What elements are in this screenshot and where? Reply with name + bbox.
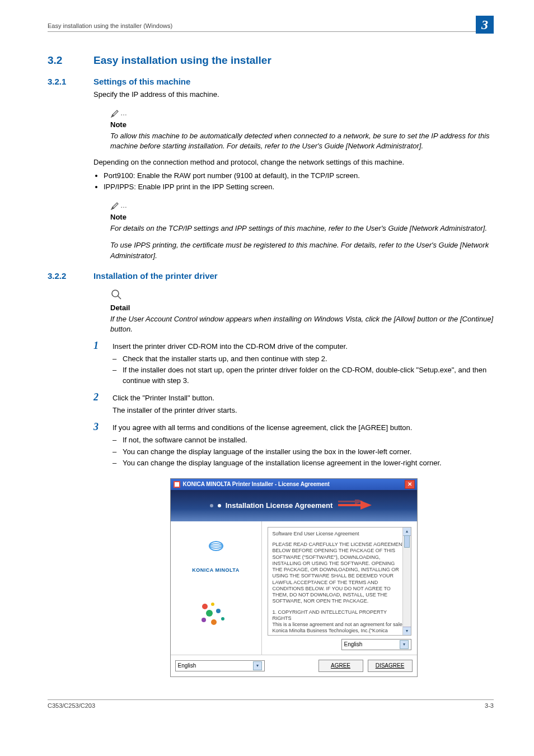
- paragraph: Specify the IP address of this machine.: [93, 90, 494, 100]
- agree-button[interactable]: AGREE: [318, 660, 363, 672]
- note-label: Note: [110, 120, 494, 129]
- scrollbar[interactable]: ▴ ▾: [402, 528, 411, 635]
- eula-paragraph: PLEASE READ CAREFULLY THE LICENSE AGREEM…: [273, 542, 406, 605]
- sub-item: –Check that the installer starts up, and…: [113, 354, 494, 364]
- svg-point-15: [206, 610, 213, 617]
- installer-left-panel: KONICA MINOLTA: [171, 521, 262, 655]
- heading-3-2: 3.2 Easy installation using the installe…: [48, 54, 494, 67]
- paragraph: The installer of the printer driver star…: [113, 405, 494, 416]
- konica-minolta-logo: KONICA MINOLTA: [192, 567, 239, 573]
- chevron-down-icon: ▾: [400, 640, 409, 649]
- section-number: 3.2: [48, 54, 93, 67]
- note-body: For details on the TCP/IP settings and I…: [110, 223, 494, 234]
- arrow-icon: [338, 500, 377, 512]
- select-value: English: [178, 662, 196, 669]
- svg-point-16: [216, 609, 221, 613]
- svg-rect-8: [338, 501, 355, 502]
- svg-text:…: …: [120, 109, 127, 117]
- svg-rect-6: [338, 504, 360, 506]
- installer-bottom-bar: English ▾ AGREE DISAGREE: [171, 655, 417, 676]
- page-footer: C353/C253/C203 3-3: [48, 699, 494, 709]
- svg-point-19: [221, 617, 224, 620]
- installer-window: KONICA MINOLTA Printer Installer - Licen…: [170, 478, 418, 677]
- detail-body: If the User Account Control window appea…: [110, 314, 494, 334]
- bullet-list: Port9100: Enable the RAW port number (91…: [93, 171, 494, 192]
- step-text: Click the "Printer Install" button.: [113, 391, 494, 403]
- detail-block: Detail If the User Account Control windo…: [110, 288, 494, 334]
- globe-icon: [208, 538, 224, 554]
- installer-titlebar[interactable]: KONICA MINOLTA Printer Installer - Licen…: [171, 479, 417, 490]
- note-body: To allow this machine to be automaticall…: [110, 131, 494, 151]
- svg-marker-7: [360, 501, 372, 510]
- section-number: 3.2.1: [48, 77, 93, 86]
- app-icon: [173, 480, 181, 488]
- step-text: If you agree with all terms and conditio…: [113, 421, 494, 433]
- svg-point-14: [211, 603, 214, 606]
- chevron-down-icon: ▾: [253, 661, 262, 670]
- sub-item: –You can change the display language of …: [113, 447, 494, 457]
- step-number: 2: [93, 391, 113, 403]
- chapter-number-badge: 3: [476, 16, 494, 34]
- section-title: Installation of the printer driver: [93, 271, 218, 281]
- list-item: Port9100: Enable the RAW port number (91…: [104, 171, 494, 181]
- section-number: 3.2.2: [48, 271, 93, 281]
- detail-label: Detail: [110, 304, 494, 312]
- step-number: 3: [93, 421, 113, 433]
- note-label: Note: [110, 213, 494, 221]
- heading-3-2-2: 3.2.2 Installation of the printer driver: [48, 271, 494, 281]
- note-icon: …: [110, 200, 129, 212]
- footer-page: 3-3: [485, 702, 494, 709]
- banner-title: Installation License Agreement: [226, 501, 333, 510]
- sub-item: –If the installer does not start up, ope…: [113, 365, 494, 385]
- disagree-button[interactable]: DISAGREE: [368, 660, 413, 672]
- paragraph: Depending on the connection method and p…: [93, 157, 494, 167]
- svg-line-3: [118, 296, 121, 299]
- section-title: Easy installation using the installer: [93, 54, 271, 67]
- select-value: English: [344, 641, 363, 647]
- scroll-thumb[interactable]: [404, 535, 410, 548]
- eula-title: Software End User License Agreement: [273, 531, 406, 537]
- eula-language-select[interactable]: English ▾: [341, 639, 411, 650]
- note-body: To use IPPS printing, the certificate mu…: [110, 240, 494, 260]
- close-button[interactable]: ✕: [405, 480, 415, 489]
- sub-item: –You can change the display language of …: [113, 458, 494, 468]
- heading-3-2-1: 3.2.1 Settings of this machine: [48, 77, 494, 86]
- list-item: IPP/IPPS: Enable IPP print in the IPP Se…: [104, 182, 494, 192]
- note-block: … Note To allow this machine to be autom…: [110, 108, 494, 151]
- step-1: 1 Insert the printer driver CD-ROM into …: [93, 340, 494, 352]
- step-text: Insert the printer driver CD-ROM into th…: [113, 340, 494, 352]
- svg-point-17: [202, 618, 206, 622]
- svg-rect-5: [175, 482, 179, 487]
- svg-text:…: …: [120, 202, 127, 209]
- eula-paragraph: 1. COPYRIGHT AND INTELLECTUAL PROPERTY R…: [273, 609, 406, 636]
- section-title: Settings of this machine: [93, 77, 190, 86]
- footer-model: C353/C253/C203: [48, 702, 95, 709]
- installer-banner: Installation License Agreement: [171, 490, 417, 521]
- sub-item: –If not, the software cannot be installe…: [113, 435, 494, 445]
- scroll-up-button[interactable]: ▴: [403, 528, 411, 536]
- installer-title: KONICA MINOLTA Printer Installer - Licen…: [183, 481, 405, 487]
- note-block: … Note For details on the TCP/IP setting…: [110, 200, 494, 261]
- running-header: Easy installation using the installer (W…: [48, 22, 494, 32]
- scroll-down-button[interactable]: ▾: [403, 627, 411, 635]
- installer-language-select[interactable]: English ▾: [175, 660, 265, 671]
- step-number: 1: [93, 340, 113, 352]
- note-icon: …: [110, 108, 129, 119]
- svg-point-18: [211, 619, 217, 625]
- decorative-dots-icon: [199, 601, 233, 630]
- detail-icon: [110, 288, 123, 302]
- running-header-text: Easy installation using the installer (W…: [48, 22, 172, 29]
- eula-textarea[interactable]: Software End User License Agreement PLEA…: [268, 527, 411, 636]
- step-3: 3 If you agree with all terms and condit…: [93, 421, 494, 433]
- step-2: 2 Click the "Printer Install" button.: [93, 391, 494, 403]
- svg-point-13: [202, 604, 208, 609]
